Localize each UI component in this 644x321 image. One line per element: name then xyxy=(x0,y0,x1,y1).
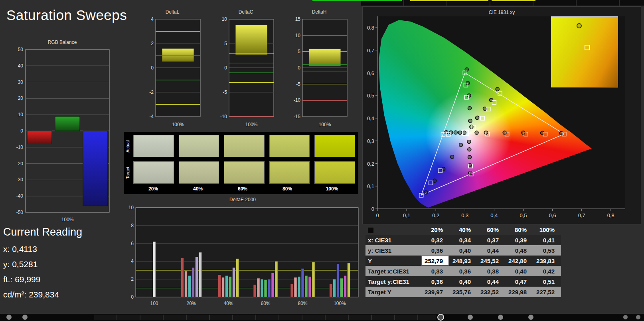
swatch-target-80% xyxy=(269,161,310,184)
measured-point xyxy=(475,131,478,135)
table-row-label: Target y:CIE31 xyxy=(365,276,421,287)
nav-dot-active[interactable] xyxy=(437,314,444,321)
svg-text:2: 2 xyxy=(151,41,154,46)
swatch-actual-100% xyxy=(314,135,355,157)
bar-green xyxy=(55,116,80,131)
table-cell: 0,38 xyxy=(477,266,505,276)
deltae-bar xyxy=(261,279,263,297)
deltae-bar xyxy=(312,262,315,297)
svg-text:100%: 100% xyxy=(319,122,331,127)
table-row: x: CIE310,320,340,370,390,41 xyxy=(365,235,561,245)
svg-text:8: 8 xyxy=(131,223,134,228)
table-cell: 232,52 xyxy=(477,287,505,297)
deltae-bar xyxy=(153,242,156,297)
table-cell: 0,42 xyxy=(533,266,561,276)
deltae-bar xyxy=(333,279,336,297)
measurement-table: 20%40%60%80%100%x: CIE310,320,340,370,39… xyxy=(365,224,561,297)
measured-point xyxy=(468,107,472,110)
table-row: Target Y239,97235,76232,52229,98227,52 xyxy=(365,287,561,297)
svg-text:-5: -5 xyxy=(223,89,227,95)
table-cell: 0,37 xyxy=(477,235,505,245)
reading-y: y: 0,5281 xyxy=(3,257,82,272)
reading-x: x: 0,4113 xyxy=(3,242,82,257)
deltae-bar xyxy=(290,283,293,297)
top-toolbar xyxy=(0,0,644,6)
swatch-actual-60% xyxy=(224,135,265,157)
svg-text:100%: 100% xyxy=(245,122,258,127)
svg-text:0,6: 0,6 xyxy=(549,212,556,218)
svg-text:10: 10 xyxy=(128,205,134,210)
measured-point xyxy=(503,131,506,135)
bar-red xyxy=(27,131,52,144)
nav-dot-5[interactable] xyxy=(498,315,503,320)
svg-text:0,7: 0,7 xyxy=(367,48,374,54)
svg-text:0,8: 0,8 xyxy=(367,25,374,31)
svg-text:0,6: 0,6 xyxy=(367,70,374,76)
deltae-bar xyxy=(233,268,235,297)
deltae-bar xyxy=(348,263,350,297)
nav-dot-2[interactable] xyxy=(22,315,28,320)
svg-text:-10: -10 xyxy=(16,145,24,150)
measured-point xyxy=(424,191,428,194)
svg-text:0,2: 0,2 xyxy=(432,212,439,218)
svg-text:5: 5 xyxy=(298,49,300,54)
table-cell: 0,40 xyxy=(505,266,533,276)
target-point xyxy=(480,116,484,120)
svg-text:0,5: 0,5 xyxy=(520,212,527,218)
deltae-bar xyxy=(185,271,188,297)
deltac-title: DeltaC xyxy=(215,9,276,15)
rgb-balance-panel: RGB Balance -50-40-30-20-100102030405010… xyxy=(11,39,113,224)
svg-text:2: 2 xyxy=(131,276,134,282)
table-cell: 0,36 xyxy=(421,276,449,287)
delta-range-bar xyxy=(235,25,267,55)
inset-target-point xyxy=(585,45,590,50)
svg-text:30: 30 xyxy=(18,79,24,85)
settings-dot-2[interactable] xyxy=(636,315,640,319)
swatch-actual-40% xyxy=(179,135,219,157)
bottom-tab-strip[interactable] xyxy=(94,315,436,320)
nav-dot-6[interactable] xyxy=(528,315,533,320)
nav-dot-4[interactable] xyxy=(468,315,473,320)
deltae2000-title: DeltaE 2000 xyxy=(124,196,362,203)
table-cell: 239,97 xyxy=(421,287,449,297)
app-screen: Saturation Sweeps RGB Balance -50-40-30-… xyxy=(0,0,644,321)
deltae-bar xyxy=(196,257,198,297)
rgb-balance-title: RGB Balance xyxy=(11,39,113,46)
svg-text:-15: -15 xyxy=(294,114,301,119)
svg-text:40%: 40% xyxy=(223,301,233,306)
selected-cell[interactable]: 252,79 xyxy=(421,256,449,266)
svg-text:-10: -10 xyxy=(294,97,301,103)
svg-text:80%: 80% xyxy=(298,301,307,306)
deltae-bar xyxy=(264,280,267,297)
measured-point xyxy=(468,119,472,123)
current-reading: Current Reading x: 0,4113 y: 0,5281 fL: … xyxy=(3,226,82,302)
svg-text:0: 0 xyxy=(298,65,300,71)
measured-point xyxy=(476,116,479,119)
measured-point xyxy=(541,131,544,135)
deltac-chart: -10-50510100% xyxy=(215,15,276,129)
deltae-bar xyxy=(257,278,260,297)
nav-dot-1[interactable] xyxy=(6,315,12,320)
table-row-label: Y xyxy=(365,256,421,266)
table-cell: 0,34 xyxy=(449,235,477,245)
swatch-target-40% xyxy=(179,161,219,184)
measured-point xyxy=(458,131,462,135)
deltae-bar xyxy=(330,283,332,297)
svg-text:100: 100 xyxy=(150,301,158,306)
rgb-balance-chart: -50-40-30-20-1001020304050100% xyxy=(11,46,112,224)
deltae2000-chart: 024681010020%40%60%80%100% xyxy=(124,203,361,310)
settings-dot-1[interactable] xyxy=(623,315,628,319)
svg-text:-10: -10 xyxy=(220,114,227,119)
svg-text:100%: 100% xyxy=(334,301,346,306)
deltae-bar xyxy=(344,275,347,297)
table-cell: 0,36 xyxy=(421,245,449,256)
deltae-bar xyxy=(308,277,311,297)
swatch-actual-20% xyxy=(133,135,174,157)
deltae-bar xyxy=(294,277,297,297)
deltae-bar xyxy=(337,264,340,297)
toolbar-indicator-green xyxy=(312,0,402,1)
table-header-row: 20%40%60%80%100% xyxy=(365,224,561,235)
svg-text:0: 0 xyxy=(376,212,379,218)
current-reading-heading: Current Reading xyxy=(3,226,82,238)
table-cell: 0,40 xyxy=(449,276,477,287)
